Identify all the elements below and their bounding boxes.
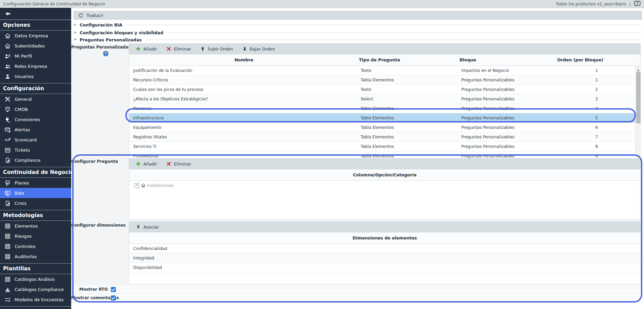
sidebar-item-planes[interactable]: Planes <box>0 178 71 188</box>
questions-add-button[interactable]: Añadir <box>132 44 161 54</box>
cell-bloque: Preguntas Personalizables <box>459 87 557 92</box>
scrollbar-thumb[interactable] <box>636 72 641 123</box>
sidebar-item-label: Tickets <box>15 148 30 153</box>
column-header-1[interactable]: Tipo de Pregunta <box>359 54 459 65</box>
sidebar-item-alertas[interactable]: Alertas <box>0 124 71 135</box>
monitor-icon <box>4 190 11 196</box>
question-row[interactable]: InfraestructuraTabla ElementosPreguntas … <box>129 113 640 123</box>
sidebar-item-tickets[interactable]: Tickets <box>0 145 71 155</box>
mail-icon <box>4 127 11 133</box>
checklist-icon <box>4 296 11 303</box>
tree-node[interactable]: +Instalaciones <box>129 181 640 190</box>
sidebar-item-label: BIAs <box>15 191 24 196</box>
section-divider <box>126 25 640 25</box>
cell-bloque: Impactos en el Negocio <box>459 68 557 73</box>
dimension-row[interactable]: Disponibilidad <box>129 263 640 272</box>
sidebar-item-controles[interactable]: Controles <box>0 241 71 251</box>
sidebar-item-crisis[interactable]: Crisis <box>0 198 71 208</box>
down-icon <box>242 46 247 52</box>
board-icon <box>4 180 11 186</box>
question-row[interactable]: Registros VitalesTabla ElementosPregunta… <box>129 132 640 142</box>
sidebar-item-compliance[interactable]: Compliance <box>0 155 71 165</box>
questions-move-down-button[interactable]: Bajar Orden <box>238 44 279 54</box>
column-header-3[interactable]: Orden (por Bloque) <box>557 54 636 65</box>
question-row[interactable]: Servicios TITabla ElementosPreguntas Per… <box>129 142 640 151</box>
help-badge-icon[interactable]: ? <box>103 51 108 56</box>
help-icon[interactable]: ? <box>634 1 641 7</box>
sidebar-item-elementos[interactable]: Elementos <box>0 221 71 231</box>
cell-bloque: Preguntas Personalizables <box>459 135 557 139</box>
field-label-configurar-dimensiones: Configurar dimensiones <box>71 223 129 228</box>
column-header-2[interactable]: Bloque <box>459 54 557 65</box>
cell-tipo: Tabla Elementos <box>359 106 459 111</box>
questions-delete-button[interactable]: Eliminar <box>162 44 195 54</box>
cell-nombre: Infraestructura <box>129 116 359 120</box>
sidebar-item-subentidades[interactable]: Subentidades <box>0 41 71 51</box>
grid-icon <box>4 233 11 239</box>
sidebar-item-label: Roles Empresa <box>15 64 47 69</box>
plus-icon <box>136 161 141 167</box>
home-icon <box>4 43 11 49</box>
button-label: Añadir <box>143 46 157 52</box>
scroll-down-icon[interactable] <box>637 153 640 156</box>
configure-dimensions-header: Dimensiones de elementos <box>129 232 641 244</box>
cell-orden: 5 <box>557 116 636 120</box>
sidebar-item-roles-empresa[interactable]: Roles Empresa <box>0 61 71 71</box>
cell-bloque: Preguntas Personalizables <box>459 106 557 111</box>
users-icon <box>4 63 11 70</box>
sidebar-item-riesgos[interactable]: Riesgos <box>0 231 71 241</box>
page-title: Configuración General de Continuidad de … <box>0 2 105 6</box>
question-row[interactable]: ¿Afecta a los Objetivos Estratégicos?Sel… <box>129 94 640 104</box>
sidebar-item-bias[interactable]: BIAs <box>0 188 71 198</box>
section-configuracion-bia[interactable]: Configuración BIA <box>74 21 642 28</box>
sidebar-item-usuarios[interactable]: Usuarios <box>0 71 71 81</box>
cell-bloque: Preguntas Personalizables <box>459 154 557 158</box>
grid-icon <box>4 223 11 229</box>
sidebar-item-label: Usuarios <box>15 74 34 79</box>
section-preguntas-personalizadas[interactable]: Preguntas Personalizadas <box>74 36 642 43</box>
button-label: Eliminar <box>174 46 191 52</box>
translate-button[interactable]: Traducir <box>74 11 107 19</box>
sidebar-item-scorecard[interactable]: Scorecard <box>0 135 71 145</box>
sidebar-item-modelos-encuestas[interactable]: Modelos de Encuestas <box>0 294 71 305</box>
products-switcher[interactable]: Todos los productos v2_aescribano <box>556 2 626 6</box>
scroll-up-icon[interactable] <box>637 67 640 70</box>
sidebar-item-cmdb[interactable]: CMDB <box>0 104 71 114</box>
dimension-row[interactable]: Integridad <box>129 253 640 263</box>
sidebar-item-mi-perfil[interactable]: Mi Perfil <box>0 51 71 61</box>
translate-toolbar: Traducir <box>74 11 642 20</box>
question-row[interactable]: PersonasTabla ElementosPreguntas Persona… <box>129 104 640 113</box>
cell-nombre: Servicios TI <box>129 144 359 149</box>
questions-move-up-button[interactable]: Subir Orden <box>196 44 237 54</box>
section-configuracion-bloques[interactable]: Configuración bloques y visibilidad <box>74 29 642 36</box>
cell-orden: 2 <box>557 87 636 92</box>
vertical-scrollbar[interactable] <box>635 66 641 157</box>
configure-question-delete-button[interactable]: Eliminar <box>162 159 195 169</box>
question-row[interactable]: Cuales son los picos de tu procesoTextoP… <box>129 85 640 94</box>
home-icon <box>141 183 146 188</box>
configure-question-add-button[interactable]: Añadir <box>132 159 161 169</box>
sidebar-item-catalogos-compliance[interactable]: Catálogos Compliance <box>0 284 71 294</box>
dimension-row[interactable]: Confidencialidad <box>129 244 640 253</box>
sidebar-item-auditorias[interactable]: Auditorías <box>0 251 71 262</box>
sidebar-item-datos-empresa[interactable]: Datos Empresa <box>0 31 71 41</box>
mostrar-rto-checkbox[interactable] <box>111 287 116 292</box>
field-label-configurar-pregunta: Configurar Pregunta <box>71 159 129 164</box>
mostrar-comentarios-checkbox[interactable] <box>111 295 116 301</box>
question-row[interactable]: Recursos CríticosTabla ElementosPregunta… <box>129 75 640 85</box>
question-row[interactable]: Justificación de la EvaluaciónTextoImpac… <box>129 66 640 75</box>
column-header-0[interactable]: Nombre <box>129 54 359 65</box>
expand-icon[interactable]: + <box>135 183 139 188</box>
configure-dimensions-associate-button[interactable]: Asociar <box>132 222 163 232</box>
sidebar-item-general[interactable]: General <box>0 94 71 104</box>
sidebar-item-catalogos-analisis[interactable]: Catálogos Análisis <box>0 274 71 284</box>
sidebar-item-conexiones[interactable]: Conexiones <box>0 114 71 124</box>
sidebar-item-label: Elementos <box>15 224 38 229</box>
sidebar-item-label: Compliance <box>15 158 41 163</box>
cell-tipo: Texto <box>359 68 459 73</box>
cell-orden: 3 <box>557 97 636 101</box>
sidebar-section-header: Opciones <box>0 20 71 31</box>
cell-tipo: Tabla Elementos <box>359 144 459 149</box>
back-button[interactable] <box>0 8 71 20</box>
question-row[interactable]: EquipamientoTabla ElementosPreguntas Per… <box>129 123 640 132</box>
